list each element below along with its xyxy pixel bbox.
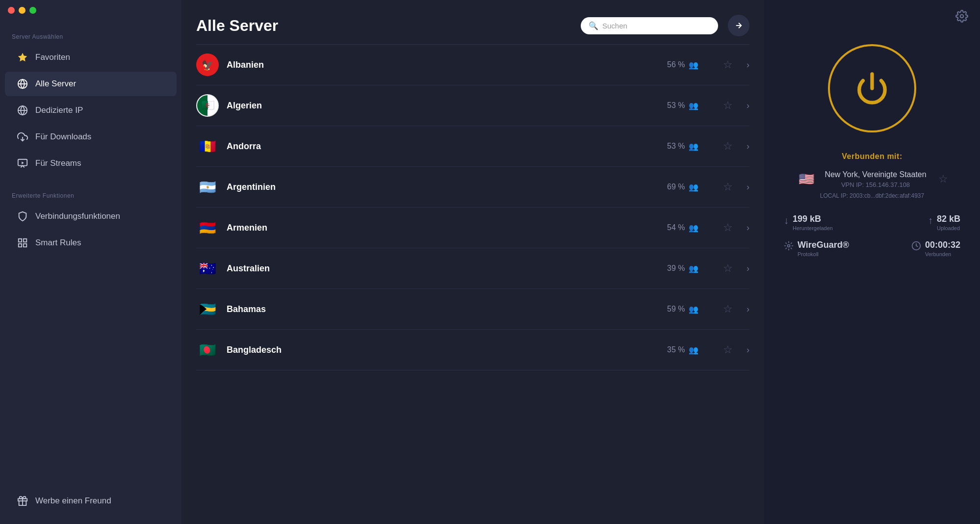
sidebar-label-fur-streams: Für Streams [35, 158, 81, 168]
svg-rect-9 [24, 239, 26, 242]
server-load: 39 % 👥 [667, 264, 711, 273]
table-row[interactable]: 🇩🇿 Algerien 53 % 👥 ☆ › [196, 85, 749, 126]
vpn-ip: VPN IP: 156.146.37.108 [825, 181, 926, 188]
server-load: 54 % 👥 [667, 223, 711, 233]
server-load: 59 % 👥 [667, 305, 711, 314]
favorite-button[interactable]: ☆ [719, 140, 737, 153]
favorite-button[interactable]: ☆ [719, 262, 737, 275]
cloud-download-icon [17, 131, 28, 143]
server-load: 53 % 👥 [667, 101, 711, 110]
maximize-button[interactable] [29, 7, 36, 14]
server-location: New York, Vereinigte Staaten [825, 170, 926, 179]
sidebar-item-alle-server[interactable]: Alle Server [5, 72, 177, 96]
favorite-button[interactable]: ☆ [719, 181, 737, 193]
search-icon: 🔍 [589, 21, 598, 30]
users-icon: 👥 [689, 223, 698, 233]
local-ip: LOCAL IP: 2003:cb...dbf:2dec:afaf:4937 [820, 192, 924, 199]
users-icon: 👥 [689, 101, 698, 110]
server-name: Bahamas [227, 304, 659, 314]
sidebar-item-smart-rules[interactable]: Smart Rules [5, 231, 177, 255]
minimize-button[interactable] [19, 7, 26, 14]
server-name: Bangladesch [227, 345, 659, 355]
upload-label: Uploaded [937, 225, 960, 231]
server-name: Algerien [227, 101, 659, 111]
grid-icon [17, 237, 28, 249]
chevron-right-icon: › [745, 263, 749, 274]
server-name: Andorra [227, 141, 659, 152]
close-button[interactable] [8, 7, 15, 14]
table-row[interactable]: 🇧🇸 Bahamas 59 % 👥 ☆ › [196, 289, 749, 330]
sidebar-item-favoriten[interactable]: Favoriten [5, 45, 177, 70]
download-stat: ↓ 199 kB Heruntergeladen [784, 214, 833, 231]
main-content: Alle Server 🔍 🦅 Albanien 56 % 👥 ☆ › [181, 0, 764, 524]
sidebar-item-verbindungsfunktionen[interactable]: Verbindungsfunktionen [5, 204, 177, 229]
sidebar-label-fur-downloads: Für Downloads [35, 132, 91, 142]
flag-algerien: 🇩🇿 [196, 94, 219, 117]
users-icon: 👥 [689, 305, 698, 314]
users-icon: 👥 [689, 60, 698, 70]
favorite-server-button[interactable]: ☆ [938, 173, 948, 185]
search-bar[interactable]: 🔍 [581, 17, 718, 34]
globe-icon [17, 78, 28, 90]
sidebar-label-smart-rules: Smart Rules [35, 238, 81, 248]
protocol-value: WireGuard® [798, 240, 849, 250]
globe-grid-icon [17, 105, 28, 116]
server-name: Albanien [227, 60, 659, 70]
star-icon [17, 52, 28, 63]
chevron-right-icon: › [745, 223, 749, 233]
power-button[interactable] [828, 44, 916, 132]
protocol-stat: WireGuard® Protokoll [784, 240, 849, 257]
server-load: 69 % 👥 [667, 183, 711, 192]
favorite-button[interactable]: ☆ [719, 343, 737, 356]
settings-button[interactable] [955, 10, 968, 26]
right-panel: Verbunden mit: 🇺🇸 New York, Vereinigte S… [764, 0, 980, 524]
chevron-right-icon: › [745, 101, 749, 111]
flag-andorra: 🇦🇩 [196, 135, 219, 157]
protocol-icon [784, 241, 794, 253]
svg-rect-8 [19, 239, 22, 242]
svg-rect-11 [19, 244, 22, 247]
sidebar-label-alle-server: Alle Server [35, 79, 76, 89]
users-icon: 👥 [689, 183, 698, 192]
upload-stat: ↑ 82 kB Uploaded [928, 214, 960, 231]
chevron-right-icon: › [745, 182, 749, 192]
table-row[interactable]: 🇧🇩 Bangladesch 35 % 👥 ☆ › [196, 330, 749, 370]
sidebar-item-werbe-freund[interactable]: Werbe einen Freund [5, 489, 177, 513]
table-row[interactable]: 🇦🇲 Armenien 54 % 👥 ☆ › [196, 208, 749, 248]
table-row[interactable]: 🇦🇩 Andorra 53 % 👥 ☆ › [196, 126, 749, 167]
stats-row-1: ↓ 199 kB Heruntergeladen ↑ 82 kB Uploade… [774, 214, 970, 231]
svg-marker-0 [18, 53, 27, 61]
server-location-info: New York, Vereinigte Staaten VPN IP: 156… [825, 170, 926, 188]
time-stat: 00:00:32 Verbunden [911, 240, 960, 257]
sidebar: Server Auswählen Favoriten Alle Server [0, 0, 181, 524]
server-list: 🦅 Albanien 56 % 👥 ☆ › 🇩🇿 Algerien 53 % 👥… [181, 45, 764, 524]
sidebar-label-werbe-freund: Werbe einen Freund [35, 496, 111, 506]
sidebar-item-fur-streams[interactable]: Für Streams [5, 151, 177, 176]
sidebar-label-dedizierte-ip: Dedizierte IP [35, 105, 83, 115]
sidebar-label-verbindungsfunktionen: Verbindungsfunktionen [35, 211, 120, 221]
sidebar-item-dedizierte-ip[interactable]: Dedizierte IP [5, 98, 177, 123]
upload-icon: ↑ [928, 215, 933, 226]
flag-argentinien: 🇦🇷 [196, 176, 219, 198]
time-icon [911, 241, 921, 253]
users-icon: 👥 [689, 264, 698, 273]
flag-bangladesch: 🇧🇩 [196, 339, 219, 361]
table-row[interactable]: 🦅 Albanien 56 % 👥 ☆ › [196, 45, 749, 85]
shield-icon [17, 210, 28, 222]
search-input[interactable] [602, 22, 710, 30]
sidebar-label-favoriten: Favoriten [35, 52, 70, 62]
favorite-button[interactable]: ☆ [719, 303, 737, 315]
download-icon: ↓ [784, 215, 789, 226]
server-load: 53 % 👥 [667, 142, 711, 151]
navigate-button[interactable] [728, 15, 749, 36]
table-row[interactable]: 🇦🇺 Australien 39 % 👥 ☆ › [196, 248, 749, 289]
chevron-right-icon: › [745, 141, 749, 152]
connected-server-info: 🇺🇸 New York, Vereinigte Staaten VPN IP: … [774, 169, 970, 189]
favorite-button[interactable]: ☆ [719, 99, 737, 112]
sidebar-item-fur-downloads[interactable]: Für Downloads [5, 125, 177, 149]
favorite-button[interactable]: ☆ [719, 221, 737, 234]
table-row[interactable]: 🇦🇷 Argentinien 69 % 👥 ☆ › [196, 167, 749, 208]
main-header: Alle Server 🔍 [181, 0, 764, 44]
svg-marker-7 [22, 161, 24, 164]
favorite-button[interactable]: ☆ [719, 58, 737, 71]
